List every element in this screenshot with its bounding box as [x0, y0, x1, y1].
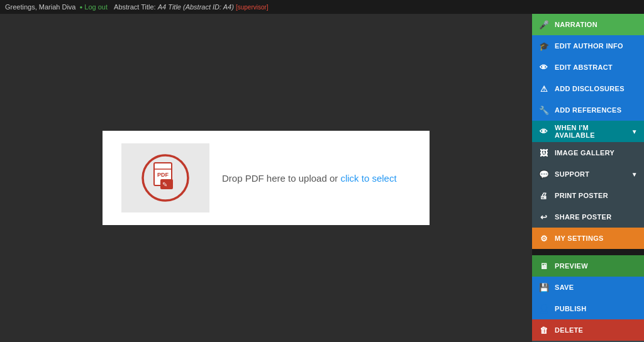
add-disclosures-icon: ⚠: [538, 83, 550, 94]
add-references-label: ADD REFERENCES: [555, 106, 621, 114]
sidebar-btn-preview[interactable]: 🖥PREVIEW: [532, 255, 644, 277]
delete-icon: 🗑: [538, 324, 550, 336]
edit-author-info-icon: 🎓: [538, 40, 550, 52]
publish-label: PUBLISH: [555, 305, 586, 312]
when-available-label: WHEN I'M AVAILABLE: [555, 124, 626, 139]
sidebar-btn-print-poster[interactable]: 🖨PRINT POSTER: [532, 185, 644, 206]
sidebar-btn-publish[interactable]: 👤PUBLISH: [532, 298, 644, 319]
pdf-icon-wrap: PDF ✎: [121, 143, 209, 212]
pdf-drop-text: Drop PDF here to upload or click to sele…: [222, 173, 397, 184]
pdf-dropzone[interactable]: PDF ✎ Drop PDF here to upload or click t…: [103, 131, 430, 225]
sidebar-btn-save[interactable]: 💾SAVE: [532, 277, 644, 298]
print-poster-icon: 🖨: [538, 190, 550, 201]
print-poster-label: PRINT POSTER: [555, 192, 608, 199]
sidebar-btn-share-poster[interactable]: ↩SHARE POSTER: [532, 206, 644, 228]
edit-abstract-icon: 👁: [538, 62, 550, 73]
content-area: PDF ✎ Drop PDF here to upload or click t…: [0, 14, 532, 342]
support-label: SUPPORT: [555, 170, 589, 178]
preview-icon: 🖥: [538, 260, 550, 272]
my-settings-icon: ⚙: [538, 233, 550, 244]
sidebar-bottom-buttons: 🖥PREVIEW💾SAVE👤PUBLISH🗑DELETE≡CLOSE MENU: [532, 255, 644, 342]
edit-author-info-label: EDIT AUTHOR INFO: [555, 42, 623, 50]
sidebar-btn-add-disclosures[interactable]: ⚠ADD DISCLOSURES: [532, 78, 644, 99]
sidebar-btn-my-settings[interactable]: ⚙MY SETTINGS: [532, 228, 644, 249]
sidebar-btn-add-references[interactable]: 🔧ADD REFERENCES: [532, 99, 644, 121]
add-references-icon: 🔧: [538, 104, 550, 116]
narration-icon: 🎤: [538, 19, 550, 30]
greeting-text: Greetings, Mariah Diva: [5, 3, 76, 11]
sidebar: 🎤NARRATION🎓EDIT AUTHOR INFO👁EDIT ABSTRAC…: [532, 14, 644, 342]
sidebar-spacer: [532, 249, 644, 255]
sidebar-btn-image-gallery[interactable]: 🖼IMAGE GALLERY: [532, 142, 644, 163]
logout-button[interactable]: Log out: [80, 3, 108, 11]
save-icon: 💾: [538, 282, 550, 293]
sidebar-btn-support[interactable]: 💬SUPPORT▼: [532, 163, 644, 185]
when-available-icon: 👁: [538, 126, 550, 137]
image-gallery-icon: 🖼: [538, 147, 550, 158]
main-layout: PDF ✎ Drop PDF here to upload or click t…: [0, 14, 644, 342]
publish-icon: 👤: [538, 303, 550, 314]
abstract-title-label: Abstract Title: A4 Title (Abstract ID: A…: [114, 3, 269, 11]
sidebar-btn-narration[interactable]: 🎤NARRATION: [532, 14, 644, 35]
my-settings-label: MY SETTINGS: [555, 234, 604, 242]
delete-label: DELETE: [555, 326, 583, 334]
sidebar-btn-edit-author-info[interactable]: 🎓EDIT AUTHOR INFO: [532, 35, 644, 57]
sidebar-btn-when-available[interactable]: 👁WHEN I'M AVAILABLE▼: [532, 121, 644, 142]
support-icon: 💬: [538, 168, 550, 180]
share-poster-label: SHARE POSTER: [555, 213, 611, 221]
share-poster-icon: ↩: [538, 211, 550, 223]
edit-abstract-label: EDIT ABSTRACT: [555, 63, 613, 71]
image-gallery-label: IMAGE GALLERY: [555, 149, 614, 157]
click-to-select[interactable]: click to select: [340, 173, 396, 184]
preview-label: PREVIEW: [555, 262, 588, 270]
narration-label: NARRATION: [555, 21, 597, 28]
save-label: SAVE: [555, 284, 574, 291]
sidebar-main-buttons: 🎤NARRATION🎓EDIT AUTHOR INFO👁EDIT ABSTRAC…: [532, 14, 644, 249]
svg-text:PDF: PDF: [157, 172, 169, 178]
support-arrow: ▼: [631, 171, 638, 178]
topbar: Greetings, Mariah Diva Log out Abstract …: [0, 0, 644, 14]
svg-text:✎: ✎: [162, 181, 167, 188]
sidebar-btn-delete[interactable]: 🗑DELETE: [532, 319, 644, 341]
when-available-arrow: ▼: [631, 128, 638, 135]
sidebar-btn-edit-abstract[interactable]: 👁EDIT ABSTRACT: [532, 57, 644, 78]
add-disclosures-label: ADD DISCLOSURES: [555, 85, 625, 92]
pdf-icon: PDF ✎: [140, 153, 191, 203]
